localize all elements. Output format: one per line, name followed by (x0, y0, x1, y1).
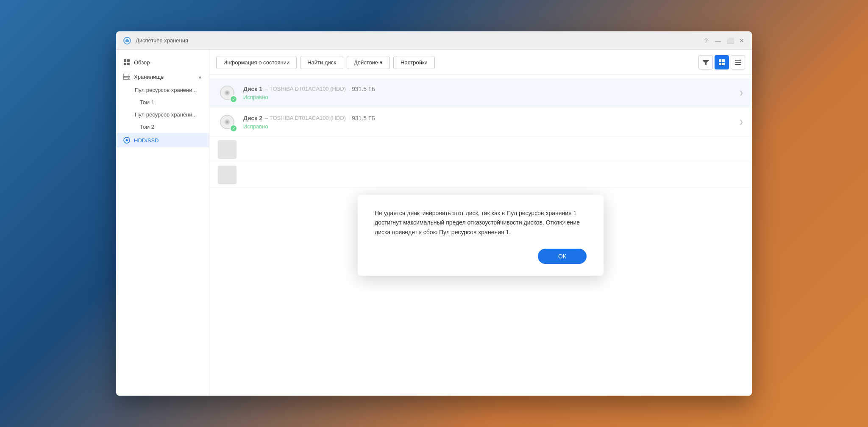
sidebar-item-hdd[interactable]: HDD/SSD (116, 133, 209, 147)
hdd-label: HDD/SSD (134, 137, 159, 144)
svg-rect-17 (735, 60, 741, 61)
svg-rect-10 (128, 78, 129, 79)
error-dialog: Не удается деактивировать этот диск, так… (358, 195, 604, 276)
toolbar: Информация о состоянии Найти диск Действ… (209, 50, 752, 75)
volume1-label: Том 1 (140, 99, 154, 105)
storage-icon (123, 73, 131, 80)
storage-label: Хранилище (134, 74, 164, 80)
sidebar-item-volume2[interactable]: Том 2 (116, 121, 209, 133)
close-button[interactable]: ✕ (738, 37, 745, 44)
svg-rect-9 (128, 75, 129, 75)
volume2-label: Том 2 (140, 124, 154, 130)
storage-chevron: ▲ (198, 75, 202, 79)
filter-button[interactable] (698, 55, 713, 69)
grid-view-button[interactable] (715, 55, 729, 69)
settings-button[interactable]: Настройки (393, 56, 435, 69)
dialog-ok-button[interactable]: ОК (538, 249, 587, 264)
sidebar-item-overview[interactable]: Обзор (116, 55, 209, 69)
maximize-button[interactable]: ⬜ (726, 37, 733, 44)
sidebar-item-volume1[interactable]: Том 1 (116, 96, 209, 108)
overview-icon (123, 58, 131, 66)
pool1-label: Пул ресурсов хранени... (135, 87, 197, 93)
dialog-overlay: Не удается деактивировать этот диск, так… (209, 75, 752, 396)
help-button[interactable]: ? (703, 37, 709, 44)
svg-rect-15 (719, 63, 721, 65)
overview-label: Обзор (134, 59, 150, 66)
sidebar-item-pool2[interactable]: Пул ресурсов хранени... (116, 108, 209, 121)
dialog-footer: ОК (375, 249, 587, 264)
svg-rect-3 (124, 59, 126, 62)
hdd-icon (123, 136, 131, 144)
status-info-button[interactable]: Информация о состоянии (216, 56, 297, 69)
action-dropdown-icon: ▾ (380, 59, 383, 66)
list-view-button[interactable] (731, 55, 745, 69)
window-controls: ? — ⬜ ✕ (703, 37, 745, 44)
svg-rect-4 (127, 59, 130, 62)
svg-rect-2 (126, 39, 128, 40)
main-content: Обзор Хранилище ▲ Пул ресурсов хранени.. (116, 50, 752, 396)
svg-rect-18 (735, 62, 741, 63)
dialog-message: Не удается деактивировать этот диск, так… (375, 208, 587, 237)
window-title: Диспетчер хранения (136, 37, 703, 44)
app-window: Диспетчер хранения ? — ⬜ ✕ Обзор (116, 31, 752, 396)
disk-list: ✓ Диск 1 – TOSHIBA DT01ACA100 (HDD) 931.… (209, 75, 752, 396)
svg-rect-5 (124, 63, 126, 65)
action-button[interactable]: Действие ▾ (347, 56, 390, 69)
action-label: Действие (354, 59, 378, 66)
svg-rect-6 (127, 63, 130, 65)
sidebar-storage-header[interactable]: Хранилище ▲ (116, 69, 209, 84)
svg-point-12 (126, 139, 128, 141)
right-panel: Информация о состоянии Найти диск Действ… (209, 50, 752, 396)
minimize-button[interactable]: — (715, 37, 721, 44)
svg-rect-14 (722, 59, 725, 62)
toolbar-view-buttons (698, 55, 745, 69)
sidebar-item-pool1[interactable]: Пул ресурсов хранени... (116, 84, 209, 96)
sidebar: Обзор Хранилище ▲ Пул ресурсов хранени.. (116, 50, 209, 396)
svg-rect-13 (719, 59, 721, 62)
title-bar: Диспетчер хранения ? — ⬜ ✕ (116, 31, 752, 50)
pool2-label: Пул ресурсов хранени... (135, 111, 197, 118)
svg-rect-19 (735, 64, 741, 65)
svg-rect-16 (722, 63, 725, 65)
find-disk-button[interactable]: Найти диск (300, 56, 343, 69)
app-icon (123, 36, 131, 45)
